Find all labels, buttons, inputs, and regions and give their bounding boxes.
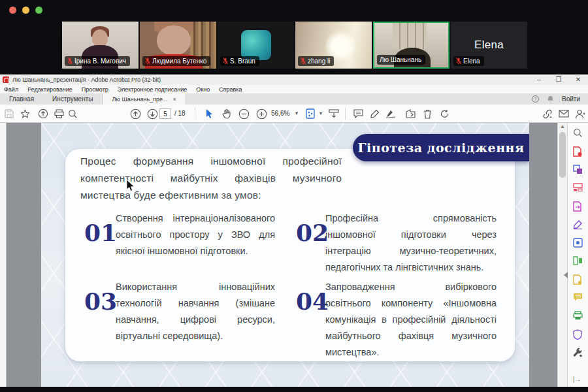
tab-home[interactable]: Главная [0,93,43,105]
print-production-icon[interactable] [573,311,583,321]
item-number: 04 [296,287,329,315]
collapse-tools-icon[interactable]: |→ [573,376,581,383]
item-text: Використання інноваційних технологій нав… [116,279,275,344]
participant-name-label: zhang li [298,56,334,66]
window-title: Лю Шаньнань_презентація - Adobe Acrobat … [12,76,161,83]
fit-width-icon[interactable] [328,108,340,120]
notifications-bell-icon[interactable] [547,95,554,103]
zoom-level-value[interactable]: 56,6% [271,110,289,117]
highlight-pen-icon[interactable] [369,108,381,120]
find-icon[interactable] [67,108,78,120]
page-number-input[interactable]: 5 [159,108,171,119]
page-up-icon[interactable] [129,108,141,120]
video-tile[interactable]: Elena Elena [451,22,527,69]
slide-intro-text: Процес формування іншомовної професійної… [80,153,342,204]
fullscreen-window-icon[interactable] [35,7,42,14]
video-tile[interactable]: Людмила Бутенко [140,22,216,69]
menu-edit[interactable]: Редактирование [27,86,73,93]
search-tools-icon[interactable] [573,128,583,139]
prepare-form-icon[interactable] [573,274,583,285]
export-pdf-icon[interactable] [573,201,583,212]
chevron-down-icon[interactable]: ▾ [319,110,322,116]
participant-name-label: S. Braun [220,56,259,66]
video-tile[interactable]: Ірина В. Мигович [62,22,139,69]
scrollbar-thumb[interactable] [559,132,566,178]
participant-name-label: Ірина В. Мигович [65,56,130,66]
close-tab-icon[interactable]: × [173,96,176,103]
item-number: 02 [296,219,329,246]
chevron-down-icon[interactable]: ▾ [295,110,298,116]
menu-help[interactable]: Справка [219,86,242,93]
send-icon[interactable] [404,108,416,120]
fit-page-icon[interactable] [304,108,316,120]
sign-in-button[interactable]: Войти [562,95,580,103]
navigation-pane-collapsed[interactable] [0,123,7,388]
edit-pdf-icon[interactable] [573,238,583,248]
window-controls: – ❐ ✕ [529,74,588,85]
participant-name-label: Elena [453,56,484,66]
menu-file[interactable]: Файл [4,86,18,93]
hand-tool-icon[interactable] [221,108,233,120]
print-icon[interactable] [53,108,65,120]
tab-tools[interactable]: Инструменты [43,93,102,105]
menu-esign[interactable]: Электронное подписание [118,86,187,93]
slide-title-banner: Гіпотеза дослідження [353,134,529,161]
acrobat-window: Лю Шаньнань_презентація - Adobe Acrobat … [0,73,588,387]
redo-icon[interactable] [438,108,450,120]
comment-icon[interactable] [352,108,364,120]
share-link-icon[interactable] [542,108,553,120]
video-tile[interactable]: S. Braun [218,22,294,69]
tab-document[interactable]: Лю Шаньнань_пре... × [102,93,186,105]
protect-shield-icon[interactable] [573,329,583,340]
menu-view[interactable]: Просмотр [82,86,108,93]
combine-files-icon[interactable] [573,165,583,175]
comment-tool-icon[interactable] [573,293,583,303]
save-icon[interactable] [3,108,15,120]
close-button[interactable]: ✕ [568,74,588,85]
item-text: Запровадження вибіркового освітнього ком… [325,279,497,361]
item-text: Створення інтернаціоналізованого освітнь… [116,210,275,259]
participant-video-strip: Ірина В. Мигович Людмила Бутенко S. Brau… [62,22,527,69]
item-number: 01 [84,219,117,246]
slide-title: Гіпотеза дослідження [357,140,524,155]
share-upload-icon[interactable] [37,108,49,120]
more-tools-wrench-icon[interactable] [573,348,583,358]
item-text: Професійна спрямованість іншомовної підг… [325,210,497,276]
video-tile[interactable]: zhang li [295,22,372,69]
panel-collapse-handle[interactable] [564,272,568,278]
mic-muted-icon [67,57,73,65]
acrobat-app-icon [3,76,9,83]
fill-sign-icon[interactable] [573,220,583,230]
help-icon[interactable]: ? [532,95,539,103]
create-pdf-icon[interactable] [573,146,583,157]
pdf-page-slide: Гіпотеза дослідження Процес формування і… [41,123,529,388]
title-bar: Лю Шаньнань_презентація - Adobe Acrobat … [0,74,588,85]
mic-muted-icon [145,57,150,65]
star-icon[interactable] [19,108,31,120]
participant-name-label: Людмила Бутенко [142,56,210,66]
mic-muted-icon [223,57,228,65]
email-icon[interactable] [558,108,570,120]
mouse-cursor [126,179,135,192]
close-window-icon[interactable] [9,7,16,14]
menu-window[interactable]: Окно [196,86,210,93]
minimize-button[interactable]: – [529,74,549,85]
page-down-icon[interactable] [146,108,158,120]
maximize-button[interactable]: ❐ [549,74,568,85]
sign-icon[interactable] [385,108,397,120]
participant-name-label: Лю Шаньнань [377,55,425,65]
trash-icon[interactable] [421,108,433,120]
main-toolbar: 5 / 18 56,6% ▾ ▾ [0,105,588,123]
select-arrow-icon[interactable] [203,108,215,120]
tools-panel: |→ [567,123,588,388]
scroll-up-icon[interactable]: ▲ [558,123,567,131]
vertical-scrollbar[interactable]: ▲ [557,123,567,388]
organize-pages-icon[interactable] [573,183,583,193]
menu-bar: Файл Редактирование Просмотр Электронное… [0,85,588,93]
minimize-window-icon[interactable] [22,7,29,14]
zoom-in-icon[interactable] [255,108,267,120]
add-person-icon[interactable] [574,108,586,120]
convert-icon[interactable] [573,256,583,267]
zoom-out-icon[interactable] [238,108,250,120]
video-tile-active-speaker[interactable]: Лю Шаньнань [373,22,449,69]
